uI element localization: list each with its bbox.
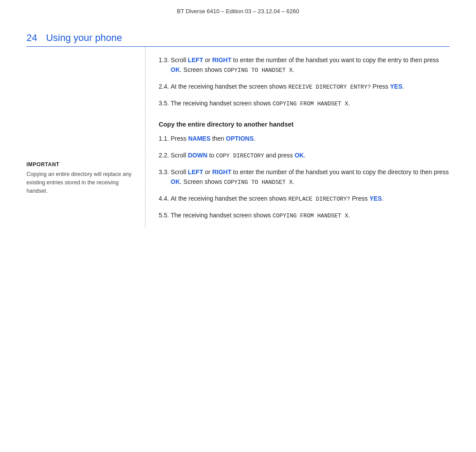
screen-text: RECEIVE DIRECTORY ENTRY? — [288, 84, 371, 90]
two-column-layout: IMPORTANT Copying an entire directory wi… — [26, 47, 450, 228]
keyword-blue: OK — [171, 66, 180, 73]
step-text: At the receiving handset the screen show… — [171, 194, 450, 204]
step-item: 5. The receiving handset screen shows CO… — [159, 211, 450, 220]
keyword-blue: YES — [369, 195, 382, 202]
step-item: 5. The receiving handset screen shows CO… — [159, 99, 450, 108]
screen-text: COPYING TO HANDSET X — [224, 67, 293, 74]
chapter-number: 24 — [26, 32, 37, 44]
screen-text: COPYING FROM HANDSET X — [272, 213, 348, 219]
step-item: 2. Scroll DOWN to COPY DIRECTORY and pre… — [159, 151, 450, 161]
left-column: IMPORTANT Copying an entire directory wi… — [26, 47, 145, 228]
step-text: Scroll LEFT or RIGHT to enter the number… — [171, 56, 450, 75]
keyword-blue: RIGHT — [212, 168, 231, 176]
keyword-blue: YES — [390, 83, 402, 90]
section2-steps: 1. Press NAMES then OPTIONS. 2. Scroll D… — [159, 134, 450, 220]
keyword-blue: NAMES — [188, 135, 211, 142]
page-content: 24 Using your phone IMPORTANT Copying an… — [0, 19, 476, 228]
section1-steps: 3. Scroll LEFT or RIGHT to enter the num… — [159, 56, 450, 108]
important-text: Copying an entire directory will replace… — [26, 170, 136, 195]
step-text: The receiving handset screen shows COPYI… — [171, 211, 450, 220]
step-item: 4. At the receiving handset the screen s… — [159, 82, 450, 92]
step-number: 1. — [159, 134, 171, 144]
chapter-header: 24 Using your phone — [26, 32, 450, 44]
screen-text: COPYING TO HANDSET X — [224, 179, 293, 186]
step-number: 5. — [159, 99, 171, 108]
screen-text: REPLACE DIRECTORY? — [288, 196, 350, 202]
step-number: 2. — [159, 151, 171, 161]
step-item: 4. At the receiving handset the screen s… — [159, 194, 450, 204]
step-number: 5. — [159, 211, 171, 220]
keyword-blue: DOWN — [188, 152, 207, 159]
step-item: 1. Press NAMES then OPTIONS. — [159, 134, 450, 144]
step-text: Scroll DOWN to COPY DIRECTORY and press … — [171, 151, 450, 161]
step-number: 4. — [159, 194, 171, 204]
screen-text: COPYING FROM HANDSET X — [272, 101, 348, 107]
header-text: BT Diverse 6410 – Edition 03 – 23.12.04 … — [177, 8, 299, 15]
step-text: Scroll LEFT or RIGHT to enter the number… — [171, 168, 450, 187]
step-text: Press NAMES then OPTIONS. — [171, 134, 450, 144]
step-item: 3. Scroll LEFT or RIGHT to enter the num… — [159, 56, 450, 75]
step-text: The receiving handset screen shows COPYI… — [171, 99, 450, 108]
keyword-blue: LEFT — [188, 56, 203, 64]
screen-text: COPY DIRECTORY — [216, 153, 264, 159]
keyword-blue: LEFT — [188, 168, 203, 176]
step-number: 3. — [159, 56, 171, 75]
step-number: 4. — [159, 82, 171, 92]
right-column: 3. Scroll LEFT or RIGHT to enter the num… — [145, 47, 450, 228]
page-header: BT Diverse 6410 – Edition 03 – 23.12.04 … — [0, 0, 476, 19]
chapter-title: Using your phone — [46, 32, 122, 44]
keyword-blue: OK — [171, 178, 180, 185]
step-number: 3. — [159, 168, 171, 187]
important-label: IMPORTANT — [26, 161, 136, 168]
step-text: At the receiving handset the screen show… — [171, 82, 450, 92]
step-item: 3. Scroll LEFT or RIGHT to enter the num… — [159, 168, 450, 187]
keyword-blue: RIGHT — [212, 56, 231, 64]
keyword-blue: OK — [294, 152, 304, 159]
keyword-blue: OPTIONS — [226, 135, 254, 142]
section2-heading: Copy the entire directory to another han… — [159, 121, 450, 128]
